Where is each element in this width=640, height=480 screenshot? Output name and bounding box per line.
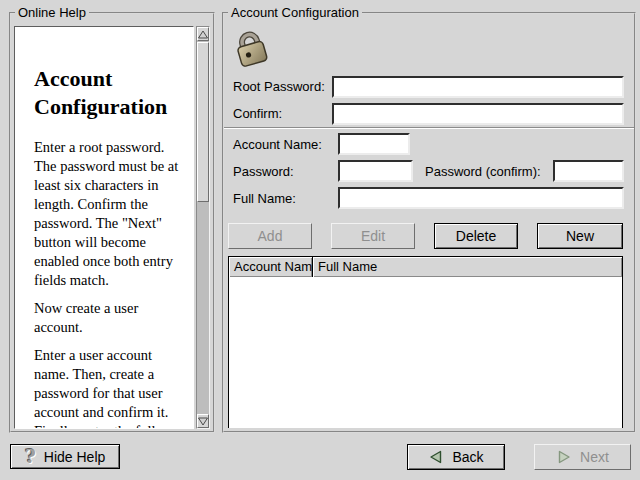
separator bbox=[224, 127, 634, 129]
account-configuration-panel: Account Configuration Root Password: Con… bbox=[222, 12, 636, 433]
back-arrow-icon bbox=[428, 449, 444, 465]
account-name-input[interactable] bbox=[338, 133, 410, 155]
full-name-input[interactable] bbox=[338, 187, 624, 209]
confirm-label: Confirm: bbox=[233, 106, 282, 121]
add-button[interactable]: Add bbox=[228, 223, 312, 249]
help-scrollbar[interactable] bbox=[196, 26, 210, 429]
column-header-account-name[interactable]: Account Name bbox=[229, 257, 313, 277]
edit-button-label: Edit bbox=[361, 228, 385, 244]
password-input[interactable] bbox=[338, 160, 413, 182]
column-header-full-name[interactable]: Full Name bbox=[313, 257, 622, 277]
edit-button[interactable]: Edit bbox=[331, 223, 415, 249]
help-paragraph: Enter a root password. The password must… bbox=[34, 138, 185, 290]
help-paragraph: Now create a user account. bbox=[34, 299, 185, 337]
root-password-label: Root Password: bbox=[233, 79, 325, 94]
add-button-label: Add bbox=[258, 228, 283, 244]
next-button[interactable]: Next bbox=[534, 444, 631, 470]
online-help-panel: Online Help Account Configuration Enter … bbox=[9, 12, 215, 433]
table-header-row: Account Name Full Name bbox=[229, 257, 622, 277]
table-body[interactable] bbox=[229, 277, 622, 428]
password-confirm-label: Password (confirm): bbox=[425, 164, 541, 179]
hide-help-button-label: Hide Help bbox=[44, 449, 105, 465]
account-configuration-frame-label: Account Configuration bbox=[228, 5, 362, 20]
delete-button-label: Delete bbox=[456, 228, 496, 244]
new-button-label: New bbox=[566, 228, 594, 244]
new-button[interactable]: New bbox=[537, 223, 623, 249]
scrollbar-down-icon bbox=[198, 417, 208, 426]
password-confirm-input[interactable] bbox=[553, 160, 624, 182]
scrollbar-thumb[interactable] bbox=[197, 42, 209, 202]
next-arrow-icon bbox=[556, 449, 572, 465]
scrollbar-up-button[interactable] bbox=[197, 27, 209, 41]
full-name-label: Full Name: bbox=[233, 191, 296, 206]
next-button-label: Next bbox=[580, 449, 609, 465]
help-title: Account Configuration bbox=[34, 65, 185, 121]
back-button[interactable]: Back bbox=[407, 444, 505, 470]
root-password-input[interactable] bbox=[332, 76, 624, 98]
delete-button[interactable]: Delete bbox=[434, 223, 518, 249]
online-help-frame-label: Online Help bbox=[15, 5, 89, 20]
question-mark-icon: ? bbox=[25, 447, 36, 466]
hide-help-button[interactable]: ? Hide Help bbox=[10, 444, 120, 469]
password-label: Password: bbox=[233, 164, 294, 179]
scrollbar-down-button[interactable] bbox=[197, 414, 209, 428]
back-button-label: Back bbox=[452, 449, 483, 465]
padlock-icon bbox=[229, 28, 273, 70]
help-paragraph: Enter a user account name. Then, create … bbox=[34, 346, 185, 429]
scrollbar-up-icon bbox=[198, 30, 208, 39]
installer-window: { "help": { "frame_label": "Online Help"… bbox=[0, 0, 640, 480]
confirm-password-input[interactable] bbox=[332, 103, 624, 125]
help-text-area: Account Configuration Enter a root passw… bbox=[14, 26, 194, 429]
user-accounts-table: Account Name Full Name bbox=[228, 256, 623, 428]
account-name-label: Account Name: bbox=[233, 137, 322, 152]
